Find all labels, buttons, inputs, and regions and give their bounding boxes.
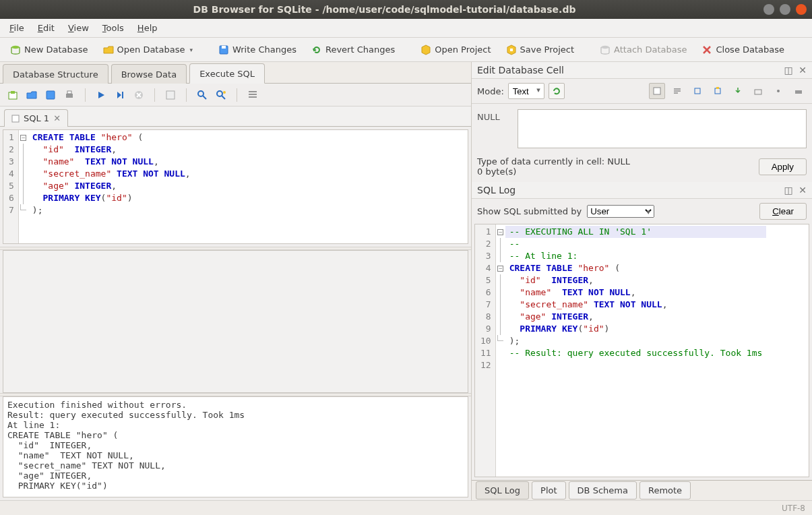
revert-changes-button[interactable]: Revert Changes <box>305 41 401 59</box>
svg-rect-3 <box>510 49 513 51</box>
open-project-button[interactable]: Open Project <box>414 41 497 59</box>
menu-view[interactable]: View <box>63 21 94 35</box>
window-title: DB Browser for SQLite - /home/user/code/… <box>5 4 763 15</box>
cell-wrap-button[interactable] <box>669 83 685 99</box>
tab-browse-data[interactable]: Browse Data <box>111 64 187 84</box>
menu-tools[interactable]: Tools <box>97 21 129 35</box>
cell-import-button[interactable] <box>730 83 746 99</box>
svg-rect-15 <box>12 115 19 122</box>
sql-log-close-button[interactable]: ✕ <box>799 185 807 195</box>
close-sql-tab-button[interactable]: ✕ <box>53 113 61 123</box>
maximize-button[interactable] <box>780 4 790 15</box>
menu-edit[interactable]: Edit <box>32 21 60 35</box>
svg-point-13 <box>217 91 222 96</box>
cell-copy-button[interactable] <box>689 83 706 99</box>
edit-cell-toolbar: Mode: Text <box>472 79 812 104</box>
cell-type-label: Type of data currently in cell: NULL <box>477 156 630 166</box>
mode-select[interactable]: Text <box>508 83 544 99</box>
bottom-tab-sql-log[interactable]: SQL Log <box>476 481 529 499</box>
revert-changes-icon <box>311 44 322 55</box>
apply-button[interactable]: Apply <box>759 158 807 175</box>
write-changes-button[interactable]: Write Changes <box>212 41 303 59</box>
edit-cell-float-button[interactable]: ◫ <box>784 65 793 75</box>
save-result-button[interactable] <box>164 89 177 101</box>
tab-execute-sql[interactable]: Execute SQL <box>189 63 265 84</box>
bottom-tab-plot[interactable]: Plot <box>532 481 566 499</box>
cell-null-button[interactable] <box>770 83 786 99</box>
svg-rect-18 <box>715 88 720 94</box>
find-button[interactable] <box>196 89 208 101</box>
cell-refresh-button[interactable] <box>549 83 565 99</box>
bottom-tab-db-schema[interactable]: DB Schema <box>569 481 637 499</box>
cell-textarea[interactable] <box>518 109 807 148</box>
execute-button[interactable] <box>95 89 107 101</box>
tab-database-structure[interactable]: Database Structure <box>3 64 108 84</box>
stop-button[interactable] <box>133 89 145 101</box>
svg-rect-19 <box>716 87 719 89</box>
open-database-dropdown-icon[interactable]: ▾ <box>189 47 193 53</box>
cell-print-button[interactable] <box>790 83 807 99</box>
svg-rect-16 <box>654 88 660 94</box>
edit-cell-close-button[interactable]: ✕ <box>799 65 807 75</box>
editor-fold-column: − <box>19 130 28 243</box>
open-database-button[interactable]: Open Database ▾ <box>97 41 199 59</box>
sql-log-float-button[interactable]: ◫ <box>784 185 793 195</box>
svg-rect-11 <box>166 91 175 99</box>
sql-toolbar <box>0 84 471 107</box>
svg-rect-8 <box>67 91 71 94</box>
minimize-button[interactable] <box>763 4 774 15</box>
indent-button[interactable] <box>247 89 259 101</box>
submitted-by-select[interactable]: User <box>587 205 654 218</box>
cell-edit-row: NULL <box>472 104 812 154</box>
mode-label: Mode: <box>477 86 504 96</box>
save-sql-file-button[interactable] <box>44 89 57 101</box>
window-titlebar: DB Browser for SQLite - /home/user/code/… <box>0 0 812 19</box>
cell-paste-button[interactable] <box>710 83 726 99</box>
menubar: File Edit View Tools Help <box>0 19 812 38</box>
svg-rect-17 <box>695 88 700 94</box>
menu-file[interactable]: File <box>4 21 30 35</box>
svg-point-21 <box>777 90 780 92</box>
close-database-button[interactable]: Close Database <box>695 41 790 59</box>
close-database-icon <box>701 44 712 55</box>
cell-status-row: Type of data currently in cell: NULL 0 b… <box>472 154 812 182</box>
log-fold-column: − − <box>496 224 505 477</box>
new-database-button[interactable]: New Database <box>4 41 94 59</box>
open-sql-file-button[interactable] <box>26 89 38 101</box>
sql-editor[interactable]: CREATE TABLE "hero" ( "id" INTEGER, "nam… <box>28 130 195 243</box>
find-replace-button[interactable] <box>215 89 227 101</box>
svg-point-0 <box>11 45 20 48</box>
cell-export-button[interactable] <box>750 83 766 99</box>
execution-result-text[interactable]: Execution finished without errors. Resul… <box>3 396 468 497</box>
clear-log-button[interactable]: Clear <box>759 203 807 220</box>
svg-point-14 <box>223 91 226 94</box>
sql-tab-1[interactable]: SQL 1 ✕ <box>4 109 68 127</box>
main-toolbar: New Database Open Database ▾ Write Chang… <box>0 38 812 62</box>
new-database-icon <box>10 44 21 55</box>
write-changes-icon <box>218 44 229 55</box>
attach-database-icon <box>600 44 611 55</box>
menu-help[interactable]: Help <box>132 21 163 35</box>
svg-rect-9 <box>122 92 123 98</box>
bottom-dock-tabs: SQL Log Plot DB Schema Remote <box>472 480 812 500</box>
main-tabs: Database Structure Browse Data Execute S… <box>0 62 471 84</box>
sql-tabbar: SQL 1 ✕ <box>0 107 471 127</box>
save-project-icon <box>506 44 517 55</box>
sql-log-text[interactable]: -- EXECUTING ALL IN 'SQL 1'---- At line … <box>505 224 767 477</box>
cell-size-label: 0 byte(s) <box>477 166 630 177</box>
attach-database-button: Attach Database <box>594 41 693 59</box>
editor-gutter: 1234567 <box>3 130 19 243</box>
cell-null-indicator: NULL <box>477 109 512 148</box>
bottom-tab-remote[interactable]: Remote <box>639 481 691 499</box>
result-grid-empty <box>3 250 468 393</box>
cell-textmode-button[interactable] <box>649 83 665 99</box>
save-project-button[interactable]: Save Project <box>500 41 581 59</box>
print-button[interactable] <box>63 89 75 101</box>
close-window-button[interactable] <box>796 4 807 15</box>
statusbar: UTF-8 <box>0 500 812 515</box>
execute-line-button[interactable] <box>114 89 126 101</box>
new-tab-button[interactable] <box>7 89 19 101</box>
svg-rect-22 <box>795 90 802 94</box>
svg-point-4 <box>601 45 609 48</box>
window-buttons <box>763 4 807 15</box>
